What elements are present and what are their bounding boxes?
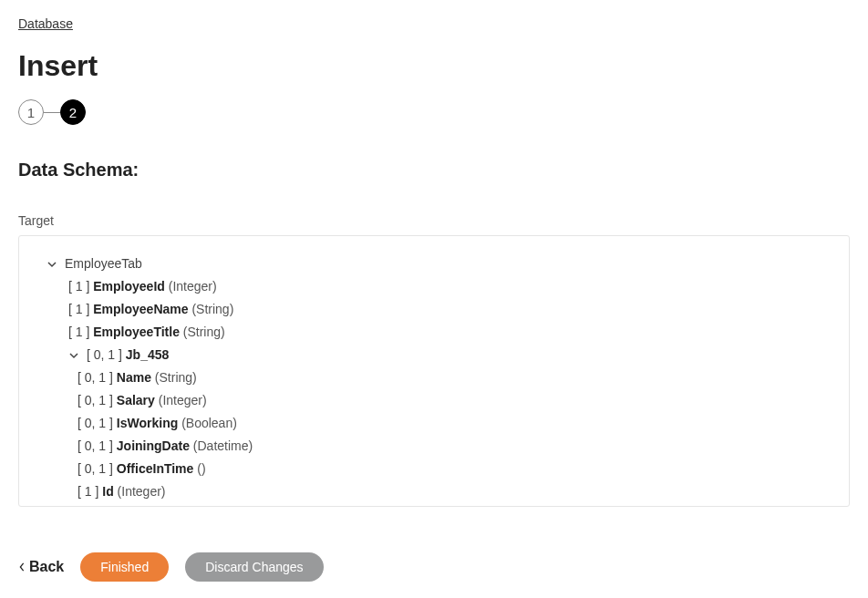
cardinality: [ 1 ]	[68, 302, 89, 316]
field-type: (Integer)	[169, 279, 217, 294]
step-indicator: 1 2	[0, 99, 868, 152]
step-1[interactable]: 1	[18, 99, 44, 125]
cardinality: [ 0, 1 ]	[78, 416, 113, 430]
field-name: Name	[117, 370, 151, 385]
discard-button[interactable]: Discard Changes	[185, 552, 323, 582]
field-type: (String)	[183, 325, 225, 339]
cardinality: [ 0, 1 ]	[78, 438, 113, 453]
chevron-down-icon[interactable]	[45, 260, 59, 269]
tree-field[interactable]: [ 0, 1 ] JoiningDate (Datetime)	[37, 435, 831, 458]
actions-bar: Back Finished Discard Changes	[0, 536, 868, 598]
tree-root[interactable]: EmployeeTab	[37, 253, 831, 275]
cardinality: [ 1 ]	[68, 279, 89, 294]
breadcrumb: Database	[0, 0, 868, 38]
field-name: EmployeeName	[93, 302, 188, 316]
cardinality: [ 0, 1 ]	[78, 461, 113, 476]
tree-field[interactable]: [ 0, 1 ] Name (String)	[37, 366, 831, 389]
field-type: (Integer)	[118, 484, 166, 499]
field-name: Id	[102, 484, 113, 499]
step-connector	[44, 112, 60, 113]
tree-root-label: EmployeeTab	[59, 254, 142, 273]
tree-field[interactable]: [ 0, 1 ] Status (String)	[37, 503, 831, 507]
cardinality: [ 1 ]	[68, 325, 89, 339]
field-name: JoiningDate	[117, 438, 190, 453]
field-type: (String)	[191, 302, 233, 316]
tree-field[interactable]: [ 1 ] EmployeeName (String)	[37, 298, 831, 321]
field-name: EmployeeTitle	[93, 325, 180, 339]
step-2[interactable]: 2	[60, 99, 86, 125]
tree-field[interactable]: [ 0, 1 ] Salary (Integer)	[37, 389, 831, 412]
tree-field[interactable]: [ 1 ] Id (Integer)	[37, 480, 831, 503]
breadcrumb-database-link[interactable]: Database	[18, 16, 73, 31]
cardinality: [ 0, 1 ]	[78, 370, 113, 385]
field-name: EmployeeId	[93, 279, 165, 294]
cardinality: [ 1 ]	[78, 484, 98, 499]
field-type: (Datetime)	[193, 438, 253, 453]
cardinality: [ 0, 1 ]	[78, 393, 113, 407]
field-type: (Boolean)	[181, 416, 237, 430]
cardinality: [ 0, 1 ]	[87, 347, 122, 362]
tree-field[interactable]: [ 1 ] EmployeeId (Integer)	[37, 275, 831, 298]
tree-field[interactable]: [ 1 ] EmployeeTitle (String)	[37, 321, 831, 344]
field-type: (String)	[155, 370, 197, 385]
tree-field[interactable]: [ 0, 1 ] OfficeInTime ()	[37, 458, 831, 480]
field-name: OfficeInTime	[117, 461, 194, 476]
schema-panel: EmployeeTab [ 1 ] EmployeeId (Integer) […	[18, 235, 850, 507]
back-button[interactable]: Back	[18, 559, 64, 575]
tree-nested-object[interactable]: [ 0, 1 ] Jb_458	[37, 344, 831, 366]
chevron-down-icon[interactable]	[67, 351, 81, 360]
chevron-left-icon	[18, 559, 26, 575]
field-name: IsWorking	[117, 416, 178, 430]
back-label: Back	[29, 559, 64, 575]
page-title: Insert	[0, 38, 868, 99]
finished-button[interactable]: Finished	[80, 552, 169, 582]
field-name: Jb_458	[126, 347, 169, 362]
field-name: Salary	[117, 393, 155, 407]
field-type: ()	[197, 461, 205, 476]
section-title: Data Schema:	[0, 152, 868, 204]
field-type: (Integer)	[159, 393, 207, 407]
target-label: Target	[0, 204, 868, 235]
tree-field[interactable]: [ 0, 1 ] IsWorking (Boolean)	[37, 412, 831, 435]
